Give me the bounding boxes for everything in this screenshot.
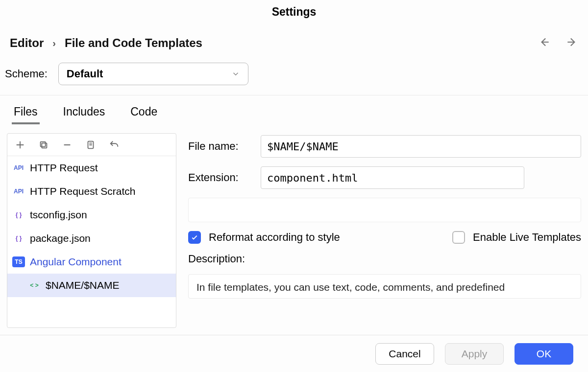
back-button[interactable] — [538, 36, 551, 50]
chevron-right-icon: › — [52, 38, 56, 49]
tree-item-label: tsconfig.json — [30, 209, 87, 221]
template-content-editor[interactable] — [188, 198, 581, 222]
templates-tree: API HTTP Request API HTTP Request Scratc… — [7, 156, 176, 327]
tree-item-label: package.json — [30, 232, 91, 244]
tab-files[interactable]: Files — [14, 105, 38, 124]
braces-icon: { } — [12, 233, 25, 244]
breadcrumb-item-current: File and Code Templates — [65, 36, 202, 50]
chevron-down-icon — [231, 70, 240, 78]
sidebar-toolbar — [7, 134, 176, 156]
tag-icon: < > — [28, 280, 41, 291]
add-template-button[interactable] — [14, 139, 26, 151]
minus-icon — [62, 140, 73, 150]
description-label: Description: — [188, 253, 581, 265]
braces-icon: { } — [12, 209, 25, 220]
clipboard-icon — [85, 140, 96, 150]
tabs: Files Includes Code — [0, 95, 588, 124]
live-templates-label: Enable Live Templates — [473, 231, 581, 244]
settings-dialog: Settings Editor › File and Code Template… — [0, 0, 588, 372]
tree-item-label: $NAME/$NAME — [46, 279, 120, 291]
nav-arrows — [538, 36, 578, 50]
filename-label: File name: — [188, 140, 252, 153]
arrow-right-icon — [565, 36, 578, 48]
tree-item-label: HTTP Request — [30, 162, 98, 174]
api-icon: API — [12, 186, 25, 197]
cancel-button[interactable]: Cancel — [375, 343, 434, 365]
tree-item-http-request-scratch[interactable]: API HTTP Request Scratch — [7, 180, 176, 203]
templates-sidebar: API HTTP Request API HTTP Request Scratc… — [7, 133, 176, 328]
extension-label: Extension: — [188, 171, 252, 184]
svg-rect-1 — [41, 141, 46, 146]
reformat-checkbox[interactable] — [188, 231, 201, 244]
filename-row: File name: — [188, 135, 581, 158]
template-editor-pane: File name: Extension: Reformat according… — [176, 133, 588, 328]
copy-icon — [38, 140, 49, 150]
tree-item-label: Angular Component — [30, 256, 122, 268]
ok-button[interactable]: OK — [514, 343, 573, 365]
scheme-label: Scheme: — [5, 68, 48, 80]
undo-icon — [109, 140, 120, 150]
tree-item-package-json[interactable]: { } package.json — [7, 227, 176, 250]
breadcrumb-item-editor[interactable]: Editor — [10, 36, 44, 50]
svg-rect-0 — [42, 143, 47, 148]
remove-template-button[interactable] — [61, 139, 73, 151]
apply-button[interactable]: Apply — [445, 343, 504, 365]
tab-code[interactable]: Code — [130, 105, 157, 124]
tree-item-http-request[interactable]: API HTTP Request — [7, 156, 176, 180]
dialog-footer: Cancel Apply OK — [0, 335, 588, 372]
scheme-row: Scheme: Default — [0, 63, 588, 95]
description-box: In file templates, you can use text, cod… — [188, 274, 581, 299]
undo-button[interactable] — [108, 139, 120, 151]
paste-template-button[interactable] — [85, 139, 97, 151]
header-row: Editor › File and Code Templates — [0, 23, 588, 63]
tree-item-child-template[interactable]: < > $NAME/$NAME — [7, 274, 176, 297]
scheme-select-value: Default — [67, 68, 103, 80]
extension-input[interactable] — [261, 166, 524, 189]
dialog-title: Settings — [0, 0, 588, 23]
reformat-check-group: Reformat according to style — [188, 231, 340, 244]
arrow-left-icon — [538, 36, 551, 48]
ts-file-icon: TS — [12, 256, 25, 267]
live-templates-check-group: Enable Live Templates — [452, 231, 581, 244]
checkbox-row: Reformat according to style Enable Live … — [188, 231, 581, 244]
breadcrumb: Editor › File and Code Templates — [10, 36, 202, 50]
scheme-select[interactable]: Default — [58, 63, 248, 85]
plus-icon — [15, 140, 25, 150]
live-templates-checkbox[interactable] — [452, 231, 465, 244]
check-icon — [191, 233, 198, 241]
tree-item-angular-component[interactable]: TS Angular Component — [7, 250, 176, 274]
tree-item-tsconfig[interactable]: { } tsconfig.json — [7, 203, 176, 227]
reformat-label: Reformat according to style — [209, 231, 340, 244]
copy-template-button[interactable] — [38, 139, 49, 151]
tab-includes[interactable]: Includes — [63, 105, 105, 124]
extension-row: Extension: — [188, 166, 581, 189]
filename-input[interactable] — [261, 135, 581, 158]
main-area: API HTTP Request API HTTP Request Scratc… — [0, 133, 588, 328]
tree-item-label: HTTP Request Scratch — [30, 186, 136, 197]
api-icon: API — [12, 163, 25, 173]
forward-button[interactable] — [565, 36, 578, 50]
